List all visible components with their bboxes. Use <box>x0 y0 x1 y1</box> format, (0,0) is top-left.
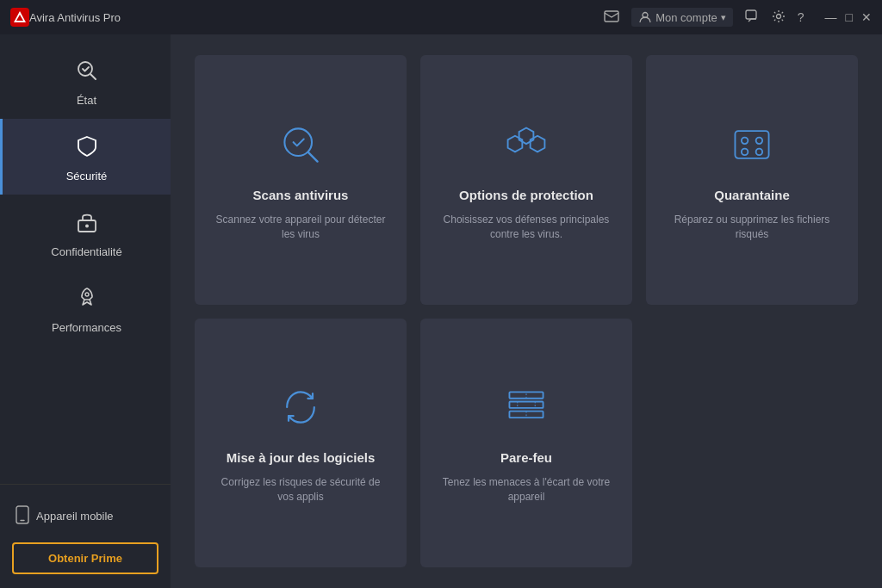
mobile-device-label: Appareil mobile <box>36 510 114 523</box>
card-parefeu-title: Pare-feu <box>500 450 552 465</box>
gear-icon[interactable] <box>772 9 786 26</box>
update-icon <box>277 384 324 436</box>
titlebar-actions: Mon compte ▾ ? — □ ✕ <box>604 8 872 27</box>
card-miseajour-title: Mise à jour des logiciels <box>227 450 376 465</box>
empty-cell <box>646 319 858 568</box>
cards-grid: Scans antivirus Scannez votre appareil p… <box>195 55 858 567</box>
avira-logo-icon <box>10 8 29 27</box>
title-bar: Avira Antivirus Pro Mon compte ▾ <box>0 0 882 34</box>
svg-marker-14 <box>508 136 523 152</box>
close-button[interactable]: ✕ <box>861 10 872 24</box>
main-layout: État Sécurité <box>0 34 882 588</box>
svg-point-7 <box>85 225 89 228</box>
protection-icon <box>503 121 550 174</box>
card-miseajour-desc: Corrigez les risques de sécurité de vos … <box>212 475 389 504</box>
sidebar-bottom: Appareil mobile Obtenir Prime <box>0 484 171 588</box>
quarantaine-icon <box>729 121 775 174</box>
sidebar-item-securite[interactable]: Sécurité <box>0 119 171 195</box>
svg-point-11 <box>284 128 312 156</box>
content-area: Scans antivirus Scannez votre appareil p… <box>171 34 882 588</box>
rocket-icon <box>75 286 99 316</box>
card-scans[interactable]: Scans antivirus Scannez votre appareil p… <box>195 55 407 305</box>
minimize-button[interactable]: — <box>825 10 837 24</box>
mobile-icon <box>16 505 29 527</box>
card-parefeu[interactable]: Pare-feu Tenez les menaces à l'écart de … <box>420 319 632 568</box>
svg-rect-15 <box>735 131 768 158</box>
firewall-icon <box>503 384 550 436</box>
card-protection-desc: Choisissez vos défenses principales cont… <box>438 213 615 242</box>
account-chevron: ▾ <box>721 12 726 23</box>
sidebar-item-performances[interactable]: Performances <box>0 270 171 346</box>
svg-marker-13 <box>531 136 545 152</box>
card-quarantaine[interactable]: Quarantaine Réparez ou supprimez les fic… <box>646 55 858 305</box>
svg-point-8 <box>85 293 89 296</box>
svg-marker-12 <box>519 127 534 144</box>
sidebar-item-etat-label: État <box>77 94 96 107</box>
lock-icon <box>76 210 98 240</box>
sidebar-item-securite-label: Sécurité <box>66 170 108 183</box>
card-parefeu-desc: Tenez les menaces à l'écart de votre app… <box>438 475 615 504</box>
sidebar-item-confidentialite[interactable]: Confidentialité <box>0 195 171 270</box>
shield-icon <box>75 134 99 164</box>
sidebar-nav: État Sécurité <box>0 43 171 484</box>
svg-rect-3 <box>746 10 756 19</box>
mail-icon[interactable] <box>604 10 619 25</box>
maximize-button[interactable]: □ <box>846 10 853 24</box>
sidebar-item-performances-label: Performances <box>52 321 121 334</box>
svg-rect-1 <box>605 11 618 22</box>
card-scans-title: Scans antivirus <box>253 188 349 202</box>
svg-point-19 <box>756 149 762 155</box>
card-protection-title: Options de protection <box>459 188 593 202</box>
upgrade-button[interactable]: Obtenir Prime <box>12 542 158 574</box>
mobile-device-button[interactable]: Appareil mobile <box>12 498 158 534</box>
card-quarantaine-desc: Réparez ou supprimez les fichiers risqué… <box>663 213 841 242</box>
svg-rect-22 <box>509 402 543 408</box>
sidebar: État Sécurité <box>0 34 171 588</box>
scan-icon <box>277 121 324 174</box>
svg-point-4 <box>776 14 780 18</box>
app-title: Avira Antivirus Pro <box>29 11 604 24</box>
account-label: Mon compte <box>655 11 717 24</box>
account-button[interactable]: Mon compte ▾ <box>631 8 733 27</box>
window-controls: — □ ✕ <box>825 10 872 24</box>
chat-icon[interactable] <box>745 9 760 26</box>
search-check-icon <box>75 59 99 89</box>
svg-point-5 <box>78 62 92 76</box>
card-miseajour[interactable]: Mise à jour des logiciels Corrigez les r… <box>195 319 407 568</box>
svg-point-16 <box>742 138 748 144</box>
sidebar-item-etat[interactable]: État <box>0 43 171 119</box>
help-icon[interactable]: ? <box>798 10 804 24</box>
sidebar-item-confidentialite-label: Confidentialité <box>51 245 121 258</box>
card-quarantaine-title: Quarantaine <box>714 188 790 202</box>
card-protection[interactable]: Options de protection Choisissez vos déf… <box>420 55 632 305</box>
svg-point-17 <box>756 138 762 144</box>
card-scans-desc: Scannez votre appareil pour détecter les… <box>212 213 389 242</box>
svg-point-18 <box>742 149 748 155</box>
